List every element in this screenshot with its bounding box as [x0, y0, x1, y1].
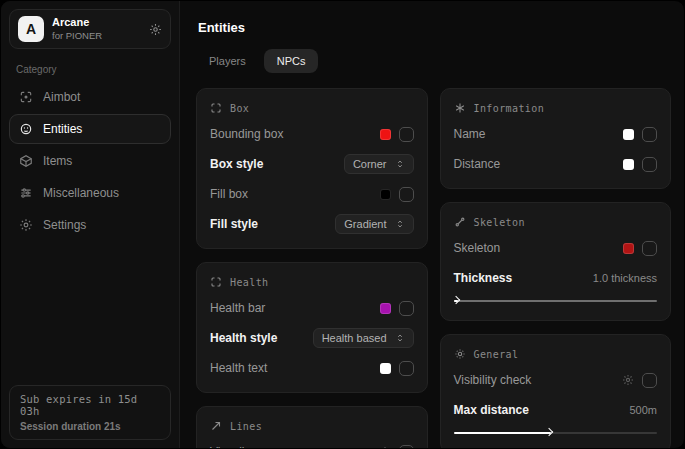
color-swatch[interactable]: [380, 363, 391, 374]
gear-icon[interactable]: [149, 23, 162, 36]
card-title: General: [474, 349, 519, 360]
sidebar-item-label: Aimbot: [43, 90, 80, 104]
fill-box-row: Fill box: [210, 184, 414, 204]
sun-icon: [454, 348, 466, 360]
slider-handle[interactable]: [451, 296, 459, 304]
brand-card: A Arcane for PIONER: [9, 9, 171, 49]
entity-tabs: Players NPCs: [196, 49, 671, 73]
asterisk-icon: [454, 102, 466, 114]
name-checkbox[interactable]: [642, 127, 657, 142]
gear-icon[interactable]: [379, 446, 391, 448]
max-distance-row: Max distance 500m: [454, 400, 658, 420]
sidebar-item-aimbot[interactable]: Aimbot: [9, 82, 171, 112]
subscription-info: Sub expires in 15d 03h Session duration …: [9, 385, 171, 440]
card-title: Information: [474, 103, 545, 114]
visibility-check-row: Visibility check: [454, 370, 658, 390]
thickness-row: Thickness 1.0 thickness: [454, 268, 658, 288]
bone-icon: [454, 216, 466, 228]
session-duration-text: Session duration 21s: [20, 421, 160, 432]
box-style-select[interactable]: Corner: [344, 154, 414, 174]
distance-row: Distance: [454, 154, 658, 174]
sub-expiry-text: Sub expires in 15d 03h: [20, 393, 160, 417]
card-title: Health: [230, 277, 269, 288]
skeleton-card: Skeleton Skeleton Thickness 1.0 thicknes…: [440, 202, 672, 321]
max-distance-slider[interactable]: [454, 428, 658, 438]
color-swatch[interactable]: [623, 129, 634, 140]
arcane-menu-window: A Arcane for PIONER Category Aimbot Enti…: [0, 0, 685, 449]
color-swatch[interactable]: [623, 243, 634, 254]
lines-card: Lines View line Line to enemy: [196, 406, 428, 448]
fill-style-select[interactable]: Gradient: [335, 214, 413, 234]
crosshair-icon: [19, 90, 33, 104]
card-title: Box: [230, 103, 249, 114]
frame-icon: [210, 276, 222, 288]
fill-style-row: Fill style Gradient: [210, 214, 414, 234]
box-style-row: Box style Corner: [210, 154, 414, 174]
unfold-icon: [395, 219, 405, 229]
category-label: Category: [16, 64, 164, 75]
frame-icon: [210, 102, 222, 114]
page-title: Entities: [198, 20, 671, 35]
sidebar-item-label: Entities: [43, 122, 82, 136]
fill-box-checkbox[interactable]: [399, 187, 414, 202]
color-swatch[interactable]: [380, 189, 391, 200]
view-line-row: View line: [210, 442, 414, 448]
brand-subtitle: for PIONER: [52, 30, 141, 42]
sidebar-item-label: Items: [43, 154, 72, 168]
sliders-icon: [19, 186, 33, 200]
cube-icon: [19, 154, 33, 168]
max-distance-value: 500m: [629, 404, 657, 416]
gear-icon: [19, 218, 33, 232]
view-line-checkbox[interactable]: [399, 445, 414, 449]
distance-checkbox[interactable]: [642, 157, 657, 172]
bounding-box-row: Bounding box: [210, 124, 414, 144]
general-card: General Visibility check Max distance: [440, 334, 672, 448]
thickness-slider[interactable]: [454, 296, 658, 306]
box-card: Box Bounding box Box style Corner: [196, 88, 428, 249]
tab-npcs[interactable]: NPCs: [264, 49, 319, 73]
sidebar-item-miscellaneous[interactable]: Miscellaneous: [9, 178, 171, 208]
slider-handle[interactable]: [545, 428, 553, 436]
brand-name: Arcane: [52, 16, 141, 30]
health-card: Health Health bar Health style Health ba…: [196, 262, 428, 393]
name-row: Name: [454, 124, 658, 144]
visibility-check-checkbox[interactable]: [642, 373, 657, 388]
main-panel: Entities Players NPCs Box Bounding box: [180, 1, 684, 448]
card-title: Lines: [230, 421, 262, 432]
gear-icon[interactable]: [622, 374, 634, 386]
sidebar: A Arcane for PIONER Category Aimbot Enti…: [1, 1, 180, 448]
health-bar-row: Health bar: [210, 298, 414, 318]
diagonal-arrow-icon: [210, 420, 222, 432]
information-card: Information Name Distance: [440, 88, 672, 189]
thickness-value: 1.0 thickness: [593, 272, 657, 284]
health-bar-checkbox[interactable]: [399, 301, 414, 316]
sidebar-item-entities[interactable]: Entities: [9, 114, 171, 144]
skeleton-checkbox[interactable]: [642, 241, 657, 256]
card-title: Skeleton: [474, 217, 525, 228]
color-swatch[interactable]: [380, 303, 391, 314]
unfold-icon: [395, 159, 405, 169]
health-style-select[interactable]: Health based: [313, 328, 414, 348]
entities-icon: [19, 122, 33, 136]
health-text-row: Health text: [210, 358, 414, 378]
sidebar-item-label: Settings: [43, 218, 86, 232]
brand-logo: A: [18, 16, 44, 42]
health-style-row: Health style Health based: [210, 328, 414, 348]
unfold-icon: [395, 333, 405, 343]
bounding-box-checkbox[interactable]: [399, 127, 414, 142]
sidebar-item-settings[interactable]: Settings: [9, 210, 171, 240]
sidebar-item-label: Miscellaneous: [43, 186, 119, 200]
tab-players[interactable]: Players: [196, 49, 259, 73]
color-swatch[interactable]: [623, 159, 634, 170]
health-text-checkbox[interactable]: [399, 361, 414, 376]
color-swatch[interactable]: [380, 129, 391, 140]
skeleton-row: Skeleton: [454, 238, 658, 258]
sidebar-item-items[interactable]: Items: [9, 146, 171, 176]
